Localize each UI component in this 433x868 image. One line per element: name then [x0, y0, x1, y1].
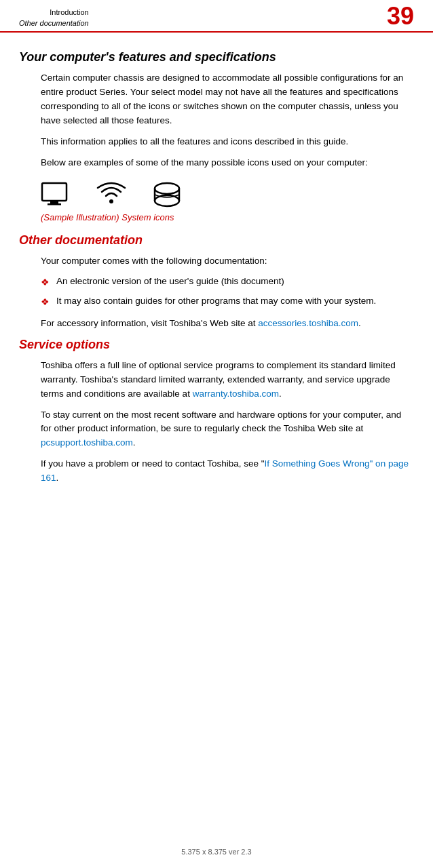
bullet-item-1: ❖ An electronic version of the user's gu…	[41, 275, 414, 290]
system-icons-area	[41, 180, 414, 210]
header-right: 39	[375, 4, 414, 28]
svg-rect-1	[50, 201, 58, 203]
features-para-2: This information applies to all the feat…	[41, 135, 414, 149]
header-chapter: Introduction	[50, 7, 88, 18]
svg-rect-2	[48, 203, 61, 205]
features-heading: Your computer's features and specificati…	[19, 50, 414, 64]
other-docs-heading: Other documentation	[19, 233, 414, 248]
svg-point-4	[155, 183, 179, 194]
warranty-link[interactable]: warranty.toshiba.com	[193, 389, 279, 399]
accessories-link[interactable]: accessories.toshiba.com	[258, 318, 358, 328]
service-para-2: To stay current on the most recent softw…	[41, 408, 414, 451]
pcsupport-link[interactable]: pcsupport.toshiba.com	[41, 437, 133, 448]
page-footer: 5.375 x 8.375 ver 2.3	[0, 848, 433, 856]
screen-icon	[41, 182, 71, 208]
service-para-1: Toshiba offers a full line of optional s…	[41, 359, 414, 401]
page-number: 39	[387, 4, 414, 28]
page-header: Introduction Other documentation 39	[0, 0, 433, 33]
features-para-3: Below are examples of some of the many p…	[41, 156, 414, 170]
bullet-text-2: It may also contain guides for other pro…	[56, 294, 376, 309]
bullet-text-1: An electronic version of the user's guid…	[56, 275, 284, 289]
footer-text: 5.375 x 8.375 ver 2.3	[181, 848, 251, 856]
other-docs-intro: Your computer comes with the following d…	[41, 254, 414, 269]
storage-icon	[152, 182, 182, 208]
header-nav: Introduction Other documentation	[19, 7, 89, 28]
service-heading: Service options	[19, 338, 414, 352]
accessory-info: For accessory information, visit Toshiba…	[41, 317, 414, 331]
other-docs-bullets: ❖ An electronic version of the user's gu…	[41, 275, 414, 309]
something-wrong-link[interactable]: If Something Goes Wrong" on page 161	[41, 458, 409, 483]
wireless-icon	[96, 180, 126, 210]
icon-caption: (Sample Illustration) System icons	[41, 212, 414, 222]
bullet-item-2: ❖ It may also contain guides for other p…	[41, 294, 414, 310]
service-para-3: If you have a problem or need to contact…	[41, 457, 414, 486]
svg-rect-0	[42, 183, 67, 201]
header-section: Other documentation	[19, 18, 89, 28]
features-para-1: Certain computer chassis are designed to…	[41, 71, 414, 128]
main-content: Your computer's features and specificati…	[0, 33, 433, 519]
svg-point-3	[109, 199, 113, 203]
bullet-diamond-1: ❖	[41, 275, 50, 290]
bullet-diamond-2: ❖	[41, 295, 50, 310]
